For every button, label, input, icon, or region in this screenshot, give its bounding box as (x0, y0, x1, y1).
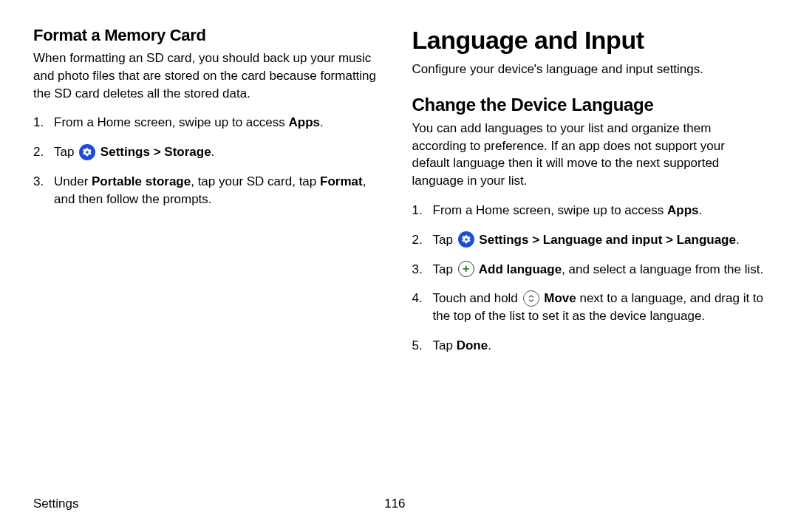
step-bold: Done (457, 338, 488, 352)
step-text: , and select a language from the list. (562, 262, 763, 276)
step-text: . (320, 115, 324, 129)
step-text: . (211, 145, 215, 159)
step-bold: Portable storage (92, 174, 191, 188)
page-footer: Settings 116 (33, 497, 765, 511)
settings-icon (79, 144, 95, 160)
step-text: From a Home screen, swipe up to access (433, 203, 667, 217)
step-bold: Move (541, 291, 576, 305)
step-bold: Settings > Language and input > Language (476, 233, 736, 247)
footer-section-label: Settings (33, 497, 78, 511)
format-card-intro: When formatting an SD card, you should b… (33, 50, 386, 102)
list-item: Tap + Add language, and select a languag… (412, 261, 765, 279)
list-item: Touch and hold Move next to a language, … (412, 290, 765, 325)
list-item: From a Home screen, swipe up to access A… (33, 114, 386, 132)
list-item: From a Home screen, swipe up to access A… (412, 202, 765, 219)
step-text: , tap your SD card, tap (191, 174, 320, 188)
step-text: . (698, 203, 702, 217)
step-bold: Apps (288, 115, 320, 129)
step-bold: Add language (476, 262, 562, 276)
step-bold: Apps (667, 203, 699, 217)
settings-icon (458, 231, 474, 248)
step-text: . (736, 233, 740, 247)
add-icon: + (458, 261, 474, 277)
step-bold: Format (320, 174, 363, 188)
move-icon (523, 290, 539, 307)
step-text: Under (54, 174, 92, 188)
list-item: Tap Settings > Storage. (33, 143, 386, 161)
step-text: . (488, 338, 491, 352)
step-bold: Settings > Storage (97, 145, 211, 159)
language-input-intro: Configure your device's language and inp… (412, 61, 765, 78)
right-column: Language and Input Configure your device… (412, 26, 765, 366)
format-card-steps: From a Home screen, swipe up to access A… (33, 114, 386, 208)
step-text: Tap (433, 338, 457, 352)
format-card-heading: Format a Memory Card (33, 26, 386, 45)
list-item: Tap Done. (412, 337, 765, 355)
step-text: From a Home screen, swipe up to access (54, 115, 288, 129)
footer-page-number: 116 (384, 497, 405, 511)
step-text: Tap (54, 145, 78, 159)
list-item: Tap Settings > Language and input > Lang… (412, 231, 765, 249)
change-language-heading: Change the Device Language (412, 95, 765, 115)
left-column: Format a Memory Card When formatting an … (33, 26, 386, 366)
step-text: Tap (433, 262, 457, 276)
change-language-intro: You can add languages to your list and o… (412, 120, 765, 190)
step-text: Tap (433, 233, 457, 247)
step-text: Touch and hold (433, 291, 522, 305)
list-item: Under Portable storage, tap your SD card… (33, 173, 386, 208)
change-language-steps: From a Home screen, swipe up to access A… (412, 202, 765, 355)
language-input-title: Language and Input (412, 26, 765, 55)
page-columns: Format a Memory Card When formatting an … (33, 26, 765, 366)
